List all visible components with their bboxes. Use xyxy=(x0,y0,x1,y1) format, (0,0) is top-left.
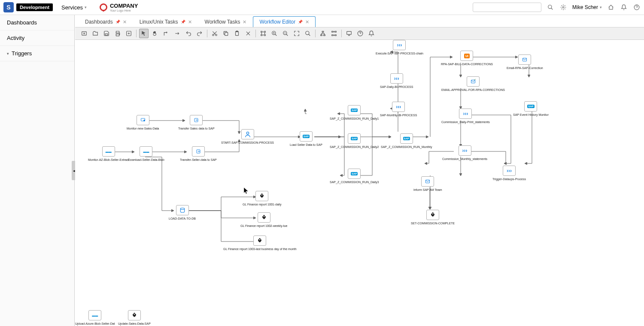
sidebar: Dashboards Activity ▾ Triggers xyxy=(0,15,75,326)
chevron-down-icon: ▾ xyxy=(600,5,602,9)
node-sap-event-history[interactable]: SAP SAP Event History Monitor xyxy=(513,101,549,116)
tab-linux-tasks[interactable]: Linux/Unix Tasks 📌 ✕ xyxy=(133,16,198,27)
print-icon[interactable] xyxy=(113,29,122,38)
node-execute-sap-ibp[interactable]: ››› Execute-SAP-IBP-PROCESS-chain xyxy=(376,40,423,55)
node-load-seller[interactable]: SAP Load Seller Data to SAP xyxy=(290,131,322,146)
node-monitor-az-blob[interactable]: ▬▬ Monitor-AZ-Blob-Seller-Extract xyxy=(88,146,129,161)
workflow-canvas[interactable]: Monitor-new-Sales-Data Transfer Sales da… xyxy=(75,40,644,326)
close-icon[interactable]: ✕ xyxy=(243,19,246,25)
tab-workflow-editor[interactable]: Workflow Editor 📌 ✕ xyxy=(253,16,316,27)
zoom-in-icon[interactable] xyxy=(270,29,279,38)
sidebar-item-triggers[interactable]: ▾ Triggers xyxy=(0,46,74,61)
close-icon[interactable]: ✕ xyxy=(188,19,192,25)
home-icon[interactable] xyxy=(607,3,615,11)
svg-rect-36 xyxy=(332,35,334,36)
container-icon[interactable] xyxy=(79,29,89,38)
hand-icon[interactable] xyxy=(150,29,160,38)
paste-icon[interactable] xyxy=(232,29,242,38)
close-icon[interactable]: ✕ xyxy=(305,19,309,25)
svg-line-1 xyxy=(551,8,553,10)
sidebar-item-activity[interactable]: Activity xyxy=(0,30,74,46)
undo-icon[interactable] xyxy=(184,29,193,38)
node-sap-run-daily2[interactable]: SAP SAP_Z_COMMISSION_RUN_Daily2 xyxy=(330,133,379,148)
tab-label: Workflow Editor xyxy=(259,19,295,25)
connector-elbow-icon[interactable] xyxy=(161,29,171,38)
add-icon[interactable] xyxy=(124,29,134,38)
svg-point-63 xyxy=(259,239,260,240)
node-label: Transfer-Seller-data to SAP xyxy=(180,158,217,161)
tab-dashboards[interactable]: Dashboards 📌 ✕ xyxy=(79,16,133,27)
node-commission-monthly[interactable]: ››› Commission_Monthly_statements xyxy=(442,145,487,160)
services-menu[interactable]: Services ▾ xyxy=(61,4,87,11)
bell-icon[interactable] xyxy=(367,29,376,38)
pin-icon[interactable]: 📌 xyxy=(115,20,120,24)
fit-icon[interactable] xyxy=(292,29,301,38)
help-icon[interactable] xyxy=(633,3,641,11)
node-gl-1003[interactable]: GL Finance report 1003-last business day… xyxy=(223,235,297,251)
user-name: Mike Scher xyxy=(572,4,598,10)
node-label: Monitor-new-Sales-Data xyxy=(127,127,159,130)
zoom-icon[interactable] xyxy=(303,29,313,38)
node-label: Commission_Monthly_statements xyxy=(442,157,487,160)
node-rpa-bill-corrections[interactable]: Ui RPA-SAP-BILL-DATA-CORRECTIONS xyxy=(441,51,493,66)
bell-icon[interactable] xyxy=(620,3,628,11)
tab-workflow-tasks[interactable]: Workflow Tasks ✕ xyxy=(198,16,253,27)
tab-label: Linux/Unix Tasks xyxy=(140,19,178,25)
pin-icon[interactable]: 📌 xyxy=(181,20,185,24)
node-monitor-new-sales[interactable]: Monitor-new-Sales-Data xyxy=(127,115,159,130)
search-icon[interactable] xyxy=(547,3,554,11)
node-set-commission-complete[interactable]: SET-COMMISSION-COMPLETE xyxy=(411,210,455,225)
user-menu[interactable]: Mike Scher ▾ xyxy=(572,4,602,10)
env-badge: Development xyxy=(16,3,53,11)
node-label: SAP Event History Monitor xyxy=(513,113,549,116)
node-commission-daily-print[interactable]: ››› Commission_Daily-Print_statements xyxy=(441,109,490,124)
connector-arrow-icon[interactable] xyxy=(173,29,182,38)
company-mark-icon xyxy=(100,3,107,11)
node-inform-sap-am[interactable]: Inform SAP AM Team xyxy=(413,176,442,191)
app-logo[interactable]: S xyxy=(3,2,14,12)
node-transfer-sales[interactable]: Transfer Sales data to SAP xyxy=(178,115,215,130)
node-upload-azure[interactable]: ▬▬ Upload-Azure-Blob-Seller-Dat xyxy=(75,310,115,325)
monitor-icon[interactable] xyxy=(344,29,354,38)
folder-icon[interactable] xyxy=(91,29,100,38)
node-gl-1002[interactable]: GL Finance report 1002-weekly-tue xyxy=(240,212,287,227)
node-sap-run-daily3[interactable]: SAP SAP_Z_COMMISSION_RUN_Daily3 xyxy=(330,169,379,184)
gear-icon[interactable] xyxy=(559,3,567,11)
svg-point-59 xyxy=(432,214,433,214)
expand-select-icon[interactable] xyxy=(258,29,268,38)
help-icon[interactable] xyxy=(355,29,365,38)
node-label: SAP_Z_COMMISSION_RUN_Daily2 xyxy=(330,145,379,148)
cut-icon[interactable] xyxy=(210,29,219,38)
node-label: GL Finance report 1002-weekly-tue xyxy=(240,224,287,227)
node-update-sales[interactable]: Update-Sales-Data-SAP xyxy=(118,310,151,325)
node-label: LOAD-DATA-TO-DB xyxy=(169,217,196,220)
node-email-approval[interactable]: EMAIL-APPROVAL-FOR-RPA-CORRECTIONS xyxy=(441,76,505,91)
node-download-seller[interactable]: ▬▬ Download-Seller-Data-Blob xyxy=(128,146,164,161)
node-email-rpa-correction[interactable]: Email-RPA-SAP-Correction xyxy=(507,54,543,69)
svg-line-30 xyxy=(309,34,310,36)
node-label: SAP_Z_COMMISSION_RUN_Daily3 xyxy=(330,181,379,184)
svg-line-27 xyxy=(286,34,288,36)
save-icon[interactable] xyxy=(102,29,111,38)
redo-icon[interactable] xyxy=(195,29,204,38)
close-icon[interactable]: ✕ xyxy=(123,19,127,25)
node-sap-monthly-bi[interactable]: ››› SAP-Monthly-BI-PROCESS xyxy=(380,102,417,117)
search-input[interactable] xyxy=(473,3,541,12)
node-start-sap-commission[interactable]: START-SAP-COMMISSION-PROCESS xyxy=(221,129,274,144)
layout-grid-icon[interactable] xyxy=(329,29,339,38)
node-sap-run-daily1[interactable]: SAP SAP_Z_COMMISSION_RUN_Daily1 xyxy=(330,105,379,120)
pointer-icon[interactable] xyxy=(139,29,149,38)
zoom-out-icon[interactable] xyxy=(281,29,290,38)
node-trigger-dataops[interactable]: ››› Trigger-Dataops-Process xyxy=(492,166,526,181)
node-load-data-db[interactable]: LOAD-DATA-TO-DB xyxy=(169,205,196,220)
node-sap-daily-bi[interactable]: ››› SAP-Daily-BI-PROCESS xyxy=(380,73,413,88)
pin-icon[interactable]: 📌 xyxy=(298,20,303,24)
svg-point-5 xyxy=(84,33,85,34)
node-sap-run-monthly[interactable]: SAP SAP_Z_COMMISSION_RUN_Monthly xyxy=(381,133,432,148)
delete-icon[interactable] xyxy=(243,29,253,38)
copy-icon[interactable] xyxy=(221,29,231,38)
node-transfer-seller[interactable]: Transfer-Seller-data to SAP xyxy=(180,146,217,161)
sidebar-item-dashboards[interactable]: Dashboards xyxy=(0,15,74,30)
layout-tree-icon[interactable] xyxy=(318,29,328,38)
services-label: Services xyxy=(61,4,83,11)
